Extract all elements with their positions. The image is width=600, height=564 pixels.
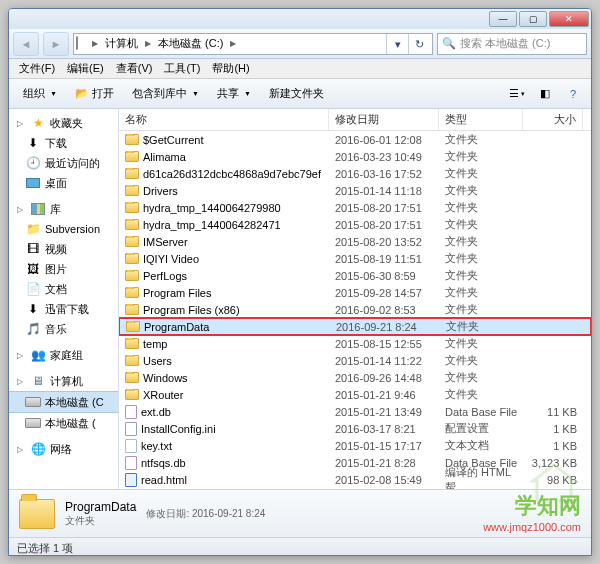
file-name: IQIYI Video: [143, 253, 199, 265]
table-row[interactable]: hydra_tmp_14400642824712015-08-20 17:51文…: [119, 216, 591, 233]
table-row[interactable]: IQIYI Video2015-08-19 11:51文件夹: [119, 250, 591, 267]
file-name: XRouter: [143, 389, 183, 401]
back-button[interactable]: ◄: [13, 32, 39, 56]
table-row[interactable]: ext.db2015-01-21 13:49Data Base File11 K…: [119, 403, 591, 420]
minimize-button[interactable]: —: [489, 11, 517, 27]
col-name[interactable]: 名称: [119, 109, 329, 130]
table-row[interactable]: PerfLogs2015-06-30 8:59文件夹: [119, 267, 591, 284]
sidebar-libraries[interactable]: ▷库: [9, 199, 118, 219]
file-size: 11 KB: [523, 406, 583, 418]
table-row[interactable]: d61ca26d312dcbc4868a9d7ebc79ef2016-03-16…: [119, 165, 591, 182]
file-name: Users: [143, 355, 172, 367]
sidebar-drive[interactable]: 本地磁盘 (: [9, 413, 118, 433]
file-date: 2015-08-20 13:52: [329, 236, 439, 248]
sidebar-item[interactable]: ⬇迅雷下载: [9, 299, 118, 319]
dropdown-icon[interactable]: ▾: [386, 34, 408, 54]
chevron-right-icon[interactable]: ▶: [143, 39, 153, 48]
col-type[interactable]: 类型: [439, 109, 523, 130]
file-name: hydra_tmp_1440064279980: [143, 202, 281, 214]
sidebar[interactable]: ▷★收藏夹 ⬇下载 🕘最近访问的 桌面 ▷库 📁Subversion 🎞视频 🖼…: [9, 109, 119, 489]
file-date: 2015-01-21 8:28: [329, 457, 439, 469]
table-row[interactable]: hydra_tmp_14400642799802015-08-20 17:51文…: [119, 199, 591, 216]
sidebar-drive-c[interactable]: 本地磁盘 (C: [9, 391, 118, 413]
sidebar-item[interactable]: 📄文档: [9, 279, 118, 299]
file-date: 2015-02-08 15:49: [329, 474, 439, 486]
maximize-button[interactable]: ▢: [519, 11, 547, 27]
table-row[interactable]: Alimama2016-03-23 10:49文件夹: [119, 148, 591, 165]
search-input[interactable]: 🔍 搜索 本地磁盘 (C:): [437, 33, 587, 55]
download-icon: ⬇: [25, 135, 41, 151]
view-options-icon[interactable]: ☰▾: [505, 83, 529, 105]
table-row[interactable]: key.txt2015-01-15 17:17文本文档1 KB: [119, 437, 591, 454]
sidebar-item[interactable]: 🖼图片: [9, 259, 118, 279]
breadcrumb[interactable]: 计算机: [100, 34, 143, 54]
watermark: 学知网 www.jmqz1000.com: [483, 491, 581, 533]
menu-edit[interactable]: 编辑(E): [61, 59, 110, 78]
file-date: 2015-01-21 9:46: [329, 389, 439, 401]
file-icon: [125, 439, 137, 453]
file-type: 文件夹: [439, 183, 523, 198]
address-bar[interactable]: ▶ 计算机 ▶ 本地磁盘 (C:) ▶ ▾ ↻: [73, 33, 433, 55]
table-row[interactable]: Program Files2015-09-28 14:57文件夹: [119, 284, 591, 301]
chevron-right-icon[interactable]: ▶: [228, 39, 238, 48]
close-button[interactable]: ✕: [549, 11, 589, 27]
organize-button[interactable]: 组织▼: [15, 83, 65, 104]
forward-button[interactable]: ►: [43, 32, 69, 56]
file-name: d61ca26d312dcbc4868a9d7ebc79ef: [143, 168, 321, 180]
col-size[interactable]: 大小: [523, 109, 583, 130]
table-row[interactable]: read.html2015-02-08 15:49编译的 HTML 帮..98 …: [119, 471, 591, 488]
menu-help[interactable]: 帮助(H): [206, 59, 255, 78]
file-name: PerfLogs: [143, 270, 187, 282]
table-row[interactable]: Program Files (x86)2016-09-02 8:53文件夹: [119, 301, 591, 318]
file-name: ntfsqs.db: [141, 457, 186, 469]
table-row[interactable]: ProgramData2016-09-21 8:24文件夹: [119, 318, 591, 335]
file-date: 2015-08-20 17:51: [329, 202, 439, 214]
file-date: 2015-08-19 11:51: [329, 253, 439, 265]
sidebar-item-desktop[interactable]: 桌面: [9, 173, 118, 193]
open-button[interactable]: 📂打开: [67, 83, 122, 104]
new-folder-button[interactable]: 新建文件夹: [261, 83, 332, 104]
menu-file[interactable]: 文件(F): [13, 59, 61, 78]
folder-icon: [125, 270, 139, 281]
folder-icon: [125, 253, 139, 264]
file-type: 文件夹: [439, 268, 523, 283]
file-list[interactable]: 名称 修改日期 类型 大小 $GetCurrent2016-06-01 12:0…: [119, 109, 591, 489]
file-date: 2015-06-30 8:59: [329, 270, 439, 282]
breadcrumb[interactable]: 本地磁盘 (C:): [153, 34, 228, 54]
table-row[interactable]: Drivers2015-01-14 11:18文件夹: [119, 182, 591, 199]
folder-icon: [125, 389, 139, 400]
file-type: 编译的 HTML 帮..: [439, 465, 523, 490]
help-icon[interactable]: ?: [561, 83, 585, 105]
file-icon: [125, 405, 137, 419]
table-row[interactable]: InstallConfig.ini2016-03-17 8:21配置设置1 KB: [119, 420, 591, 437]
preview-pane-icon[interactable]: ◧: [533, 83, 557, 105]
sidebar-favorites[interactable]: ▷★收藏夹: [9, 113, 118, 133]
sidebar-item[interactable]: 📁Subversion: [9, 219, 118, 239]
menu-tools[interactable]: 工具(T): [158, 59, 206, 78]
sidebar-homegroup[interactable]: ▷👥家庭组: [9, 345, 118, 365]
refresh-icon[interactable]: ↻: [408, 34, 430, 54]
table-row[interactable]: temp2015-08-15 12:55文件夹: [119, 335, 591, 352]
chevron-right-icon[interactable]: ▶: [90, 39, 100, 48]
table-row[interactable]: Test.txt2014-05-28 20:35文本文档1 KB: [119, 488, 591, 489]
sidebar-item-recent[interactable]: 🕘最近访问的: [9, 153, 118, 173]
file-name: key.txt: [141, 440, 172, 452]
table-row[interactable]: XRouter2015-01-21 9:46文件夹: [119, 386, 591, 403]
sidebar-computer[interactable]: ▷🖥计算机: [9, 371, 118, 391]
sidebar-network[interactable]: ▷🌐网络: [9, 439, 118, 459]
sidebar-item[interactable]: 🎵音乐: [9, 319, 118, 339]
table-row[interactable]: Windows2016-09-26 14:48文件夹: [119, 369, 591, 386]
col-date[interactable]: 修改日期: [329, 109, 439, 130]
folder-icon: [125, 287, 139, 298]
table-row[interactable]: IMServer2015-08-20 13:52文件夹: [119, 233, 591, 250]
menu-view[interactable]: 查看(V): [110, 59, 159, 78]
sidebar-item-downloads[interactable]: ⬇下载: [9, 133, 118, 153]
folder-icon: [125, 185, 139, 196]
include-button[interactable]: 包含到库中▼: [124, 83, 207, 104]
file-type: 文件夹: [439, 387, 523, 402]
sidebar-item[interactable]: 🎞视频: [9, 239, 118, 259]
file-date: 2015-08-15 12:55: [329, 338, 439, 350]
table-row[interactable]: Users2015-01-14 11:22文件夹: [119, 352, 591, 369]
table-row[interactable]: $GetCurrent2016-06-01 12:08文件夹: [119, 131, 591, 148]
share-button[interactable]: 共享▼: [209, 83, 259, 104]
